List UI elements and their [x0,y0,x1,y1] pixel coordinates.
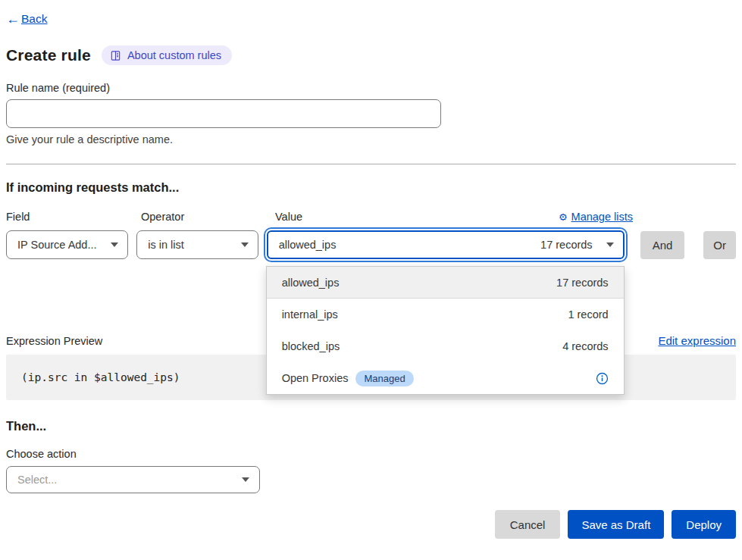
managed-badge: Managed [355,371,413,386]
or-button[interactable]: Or [703,231,736,259]
chevron-down-icon [606,242,614,247]
manage-lists-label: Manage lists [571,211,633,223]
gear-icon: ⚙ [559,212,568,222]
expression-preview-label: Expression Preview [6,335,102,347]
title-row: Create rule About custom rules [6,45,736,65]
footer-actions: Cancel Save as Draft Deploy [6,510,736,539]
operator-select-value: is in list [148,239,184,251]
book-icon [110,50,121,61]
then-heading: Then... [6,419,736,433]
value-select[interactable]: allowed_ips 17 records [267,230,625,259]
then-section: Then... Choose action Select... [6,419,736,493]
section-divider [6,164,736,164]
back-arrow-icon: ← [6,12,20,26]
list-option-internal-ips[interactable]: internal_ips 1 record [267,299,624,330]
about-custom-rules-label: About custom rules [127,49,221,61]
list-dropdown-panel: allowed_ips 17 records internal_ips 1 re… [266,266,625,395]
edit-expression-link[interactable]: Edit expression [658,334,736,347]
and-button[interactable]: And [640,231,685,259]
choose-action-label: Choose action [6,448,736,460]
about-custom-rules-link[interactable]: About custom rules [102,45,232,65]
list-option-count: 17 records [556,277,609,289]
save-as-draft-button[interactable]: Save as Draft [568,510,664,539]
list-option-name: internal_ips [282,308,338,321]
value-select-name: allowed_ips [279,239,540,251]
chevron-down-icon [242,477,249,482]
expression-code: (ip.src in $allowed_ips) [21,371,180,383]
field-select[interactable]: IP Source Add... [6,230,128,259]
cancel-button[interactable]: Cancel [495,510,561,539]
list-option-blocked-ips[interactable]: blocked_ips 4 records [267,330,624,362]
value-label: Value [275,211,302,223]
rule-name-input[interactable] [6,99,441,128]
chevron-down-icon [241,242,249,247]
rule-name-helper: Give your rule a descriptive name. [6,133,736,145]
condition-labels-row: Field Operator Value ⚙ Manage lists [6,211,736,223]
match-heading: If incoming requests match... [6,180,736,195]
list-option-count: 4 records [562,340,608,352]
back-link-label: Back [21,12,47,26]
create-rule-page: ←Back Create rule About custom rules Rul… [0,0,742,539]
back-link[interactable]: ←Back [6,12,47,26]
action-select-placeholder: Select... [17,474,57,486]
list-option-name: Open Proxies [282,372,349,384]
chevron-down-icon [111,242,118,247]
value-select-count: 17 records [540,239,593,251]
operator-label: Operator [141,211,267,223]
rule-name-group: Rule name (required) Give your rule a de… [6,82,736,145]
list-option-name: allowed_ips [282,277,340,289]
field-select-value: IP Source Add... [17,239,97,251]
field-label: Field [6,211,133,223]
deploy-button[interactable]: Deploy [672,510,736,539]
page-title: Create rule [6,46,91,64]
list-option-allowed-ips[interactable]: allowed_ips 17 records [267,267,624,299]
match-section: If incoming requests match... Field Oper… [6,180,736,400]
action-select[interactable]: Select... [6,466,260,493]
list-option-open-proxies[interactable]: Open Proxies Managed [267,362,624,394]
operator-select[interactable]: is in list [136,230,258,259]
manage-lists-link[interactable]: ⚙ Manage lists [559,211,633,223]
value-select-wrap: allowed_ips 17 records allowed_ips 17 re… [267,230,625,259]
info-icon[interactable] [596,372,609,385]
rule-name-label: Rule name (required) [6,82,736,94]
list-option-count: 1 record [568,308,608,321]
list-option-name: blocked_ips [282,340,340,352]
condition-row: IP Source Add... is in list allowed_ips … [6,230,736,259]
